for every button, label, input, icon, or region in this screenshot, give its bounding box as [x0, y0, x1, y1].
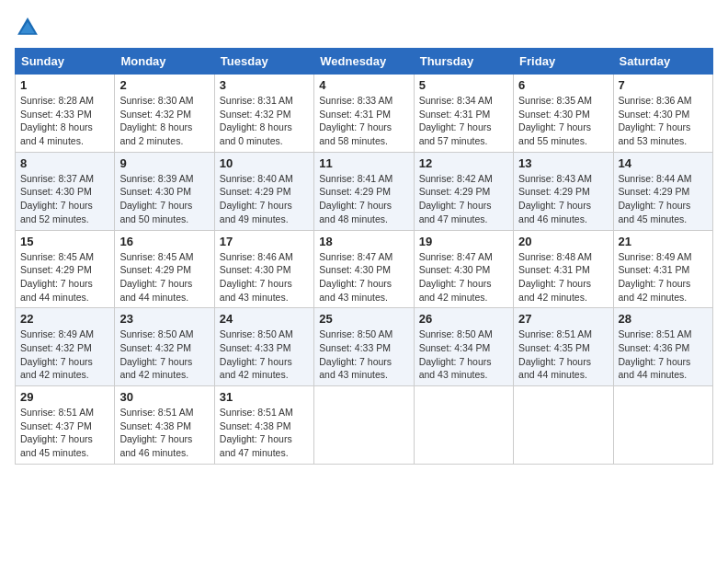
day-number: 19 — [419, 235, 508, 248]
calendar-day-cell: 7Sunrise: 8:36 AM Sunset: 4:30 PM Daylig… — [613, 75, 712, 153]
day-info: Sunrise: 8:41 AM Sunset: 4:29 PM Dayligh… — [319, 172, 408, 226]
day-info: Sunrise: 8:34 AM Sunset: 4:31 PM Dayligh… — [419, 94, 508, 148]
day-number: 25 — [319, 312, 408, 326]
calendar-table: SundayMondayTuesdayWednesdayThursdayFrid… — [15, 48, 713, 465]
day-number: 20 — [518, 235, 608, 248]
weekday-header-sunday: Sunday — [16, 49, 115, 75]
calendar-day-cell: 23Sunrise: 8:50 AM Sunset: 4:32 PM Dayli… — [115, 308, 214, 386]
logo — [15, 15, 44, 40]
weekday-header-monday: Monday — [115, 49, 214, 75]
weekday-header-row: SundayMondayTuesdayWednesdayThursdayFrid… — [16, 49, 713, 75]
empty-cell — [613, 386, 712, 465]
calendar-day-cell: 22Sunrise: 8:49 AM Sunset: 4:32 PM Dayli… — [16, 308, 115, 386]
day-info: Sunrise: 8:30 AM Sunset: 4:32 PM Dayligh… — [119, 94, 209, 148]
calendar-day-cell: 14Sunrise: 8:44 AM Sunset: 4:29 PM Dayli… — [613, 152, 712, 230]
day-info: Sunrise: 8:37 AM Sunset: 4:30 PM Dayligh… — [20, 172, 109, 226]
day-number: 4 — [319, 78, 408, 92]
day-info: Sunrise: 8:47 AM Sunset: 4:30 PM Dayligh… — [419, 250, 508, 304]
calendar-day-cell: 18Sunrise: 8:47 AM Sunset: 4:30 PM Dayli… — [314, 230, 414, 308]
day-info: Sunrise: 8:33 AM Sunset: 4:31 PM Dayligh… — [319, 94, 408, 148]
empty-cell — [414, 386, 513, 465]
day-info: Sunrise: 8:45 AM Sunset: 4:29 PM Dayligh… — [119, 250, 209, 304]
calendar-day-cell: 1Sunrise: 8:28 AM Sunset: 4:33 PM Daylig… — [16, 75, 115, 153]
calendar-week-row: 22Sunrise: 8:49 AM Sunset: 4:32 PM Dayli… — [16, 308, 713, 386]
day-info: Sunrise: 8:49 AM Sunset: 4:31 PM Dayligh… — [619, 250, 708, 304]
day-info: Sunrise: 8:51 AM Sunset: 4:38 PM Dayligh… — [119, 406, 209, 460]
day-number: 24 — [220, 312, 309, 326]
day-number: 31 — [220, 390, 309, 404]
day-number: 26 — [419, 312, 508, 326]
calendar-day-cell: 9Sunrise: 8:39 AM Sunset: 4:30 PM Daylig… — [115, 152, 214, 230]
day-info: Sunrise: 8:28 AM Sunset: 4:33 PM Dayligh… — [20, 94, 109, 148]
weekday-header-saturday: Saturday — [613, 49, 712, 75]
day-info: Sunrise: 8:50 AM Sunset: 4:32 PM Dayligh… — [119, 327, 209, 382]
day-number: 13 — [518, 156, 608, 170]
day-number: 29 — [20, 390, 109, 404]
calendar-day-cell: 31Sunrise: 8:51 AM Sunset: 4:38 PM Dayli… — [214, 386, 313, 465]
day-number: 30 — [119, 390, 209, 404]
day-info: Sunrise: 8:39 AM Sunset: 4:30 PM Dayligh… — [119, 172, 209, 226]
calendar-day-cell: 30Sunrise: 8:51 AM Sunset: 4:38 PM Dayli… — [115, 386, 214, 465]
empty-cell — [514, 386, 613, 465]
day-info: Sunrise: 8:50 AM Sunset: 4:34 PM Dayligh… — [419, 327, 508, 382]
day-info: Sunrise: 8:51 AM Sunset: 4:38 PM Dayligh… — [220, 406, 309, 460]
day-number: 3 — [220, 78, 309, 92]
day-info: Sunrise: 8:44 AM Sunset: 4:29 PM Dayligh… — [619, 172, 708, 226]
day-number: 23 — [119, 312, 209, 326]
day-number: 21 — [619, 235, 708, 248]
calendar-week-row: 8Sunrise: 8:37 AM Sunset: 4:30 PM Daylig… — [16, 152, 713, 230]
calendar-day-cell: 8Sunrise: 8:37 AM Sunset: 4:30 PM Daylig… — [16, 152, 115, 230]
day-info: Sunrise: 8:45 AM Sunset: 4:29 PM Dayligh… — [20, 250, 109, 304]
logo-icon — [15, 15, 40, 40]
calendar-day-cell: 13Sunrise: 8:43 AM Sunset: 4:29 PM Dayli… — [514, 152, 613, 230]
weekday-header-tuesday: Tuesday — [214, 49, 313, 75]
day-number: 12 — [419, 156, 508, 170]
calendar-day-cell: 3Sunrise: 8:31 AM Sunset: 4:32 PM Daylig… — [214, 75, 313, 153]
day-info: Sunrise: 8:43 AM Sunset: 4:29 PM Dayligh… — [518, 172, 608, 226]
calendar-day-cell: 27Sunrise: 8:51 AM Sunset: 4:35 PM Dayli… — [514, 308, 613, 386]
calendar-day-cell: 12Sunrise: 8:42 AM Sunset: 4:29 PM Dayli… — [414, 152, 513, 230]
day-number: 7 — [619, 78, 708, 92]
calendar-day-cell: 17Sunrise: 8:46 AM Sunset: 4:30 PM Dayli… — [214, 230, 313, 308]
calendar-day-cell: 28Sunrise: 8:51 AM Sunset: 4:36 PM Dayli… — [613, 308, 712, 386]
calendar-day-cell: 26Sunrise: 8:50 AM Sunset: 4:34 PM Dayli… — [414, 308, 513, 386]
calendar-week-row: 29Sunrise: 8:51 AM Sunset: 4:37 PM Dayli… — [16, 386, 713, 465]
day-number: 14 — [619, 156, 708, 170]
day-number: 8 — [20, 156, 109, 170]
calendar-day-cell: 15Sunrise: 8:45 AM Sunset: 4:29 PM Dayli… — [16, 230, 115, 308]
day-info: Sunrise: 8:31 AM Sunset: 4:32 PM Dayligh… — [220, 94, 309, 148]
day-number: 6 — [518, 78, 608, 92]
calendar-week-row: 1Sunrise: 8:28 AM Sunset: 4:33 PM Daylig… — [16, 75, 713, 153]
calendar-week-row: 15Sunrise: 8:45 AM Sunset: 4:29 PM Dayli… — [16, 230, 713, 308]
day-number: 16 — [119, 235, 209, 248]
day-number: 2 — [119, 78, 209, 92]
calendar-day-cell: 29Sunrise: 8:51 AM Sunset: 4:37 PM Dayli… — [16, 386, 115, 465]
day-info: Sunrise: 8:48 AM Sunset: 4:31 PM Dayligh… — [518, 250, 608, 304]
page-header — [15, 15, 713, 40]
day-number: 18 — [319, 235, 408, 248]
day-number: 27 — [518, 312, 608, 326]
day-info: Sunrise: 8:42 AM Sunset: 4:29 PM Dayligh… — [419, 172, 508, 226]
day-number: 28 — [619, 312, 708, 326]
weekday-header-thursday: Thursday — [414, 49, 513, 75]
calendar-day-cell: 5Sunrise: 8:34 AM Sunset: 4:31 PM Daylig… — [414, 75, 513, 153]
day-number: 15 — [20, 235, 109, 248]
day-info: Sunrise: 8:36 AM Sunset: 4:30 PM Dayligh… — [619, 94, 708, 148]
day-info: Sunrise: 8:40 AM Sunset: 4:29 PM Dayligh… — [220, 172, 309, 226]
calendar-day-cell: 24Sunrise: 8:50 AM Sunset: 4:33 PM Dayli… — [214, 308, 313, 386]
calendar-day-cell: 6Sunrise: 8:35 AM Sunset: 4:30 PM Daylig… — [514, 75, 613, 153]
calendar-day-cell: 16Sunrise: 8:45 AM Sunset: 4:29 PM Dayli… — [115, 230, 214, 308]
day-info: Sunrise: 8:51 AM Sunset: 4:37 PM Dayligh… — [20, 406, 109, 460]
day-info: Sunrise: 8:50 AM Sunset: 4:33 PM Dayligh… — [319, 327, 408, 382]
calendar-day-cell: 11Sunrise: 8:41 AM Sunset: 4:29 PM Dayli… — [314, 152, 414, 230]
calendar-day-cell: 10Sunrise: 8:40 AM Sunset: 4:29 PM Dayli… — [214, 152, 313, 230]
day-info: Sunrise: 8:50 AM Sunset: 4:33 PM Dayligh… — [220, 327, 309, 382]
calendar-day-cell: 21Sunrise: 8:49 AM Sunset: 4:31 PM Dayli… — [613, 230, 712, 308]
calendar-day-cell: 4Sunrise: 8:33 AM Sunset: 4:31 PM Daylig… — [314, 75, 414, 153]
day-number: 5 — [419, 78, 508, 92]
day-number: 9 — [119, 156, 209, 170]
calendar-day-cell: 2Sunrise: 8:30 AM Sunset: 4:32 PM Daylig… — [115, 75, 214, 153]
empty-cell — [314, 386, 414, 465]
day-info: Sunrise: 8:47 AM Sunset: 4:30 PM Dayligh… — [319, 250, 408, 304]
day-info: Sunrise: 8:35 AM Sunset: 4:30 PM Dayligh… — [518, 94, 608, 148]
